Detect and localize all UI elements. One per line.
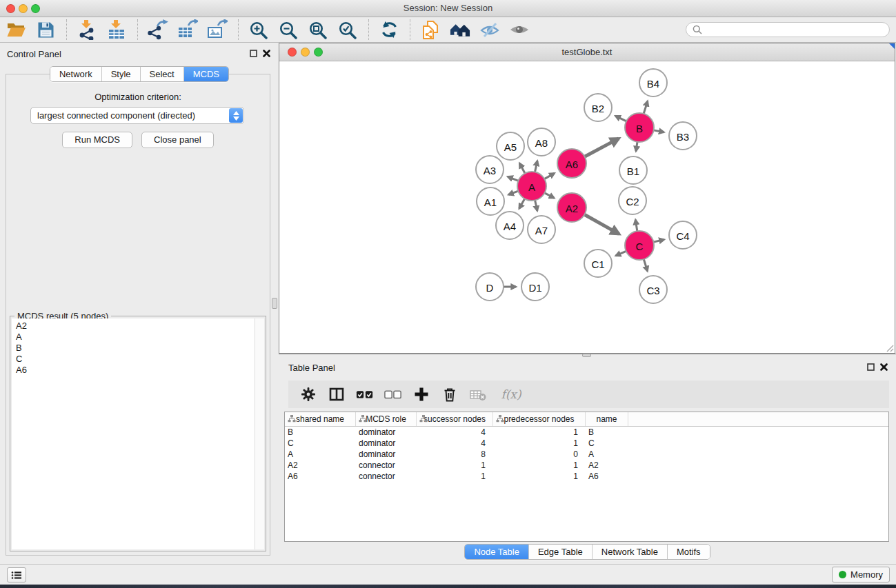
graph-edge-A-A3[interactable]	[508, 176, 518, 181]
export-table-button[interactable]	[177, 19, 198, 40]
table-cell[interactable]: B	[285, 427, 356, 438]
graph-edge-A-A5[interactable]	[519, 163, 525, 174]
graph-node-B[interactable]: B	[625, 113, 654, 142]
graph-node-C[interactable]: C	[625, 231, 654, 260]
close-traffic-light[interactable]	[6, 4, 15, 13]
zoom-fit-button[interactable]	[308, 19, 328, 40]
close-panel-icon[interactable]	[263, 50, 270, 57]
table-cell[interactable]: 4	[417, 427, 493, 438]
graph-edge-A-A2[interactable]	[545, 193, 555, 198]
column-header-MCDS-role[interactable]: MCDS role	[356, 412, 417, 426]
table-cell[interactable]: A6	[285, 471, 356, 482]
zoom-selected-button[interactable]	[337, 19, 358, 40]
column-header-name[interactable]: name	[586, 412, 628, 426]
table-row[interactable]: A6connector11A6	[285, 471, 888, 482]
table-cell[interactable]: 0	[493, 449, 586, 460]
home-view-button[interactable]	[450, 19, 470, 40]
tab-node-table[interactable]: Node Table	[465, 545, 529, 559]
tab-network-table[interactable]: Network Table	[593, 545, 668, 559]
save-session-button[interactable]	[35, 19, 56, 40]
table-row[interactable]: Adominator80A	[285, 449, 888, 460]
add-column-button[interactable]	[412, 385, 430, 403]
graph-node-C3[interactable]: C3	[639, 276, 667, 303]
table-row[interactable]: Bdominator41B	[285, 427, 888, 438]
mcds-result-item[interactable]: C	[13, 354, 253, 365]
search-input[interactable]	[706, 24, 889, 35]
table-cell[interactable]: A	[285, 449, 356, 460]
mcds-result-item[interactable]: A6	[13, 365, 253, 376]
graph-node-A3[interactable]: A3	[476, 156, 504, 183]
toggle-columns-button[interactable]	[328, 385, 346, 403]
graph-edge-C-C4[interactable]	[653, 240, 664, 243]
table-cell[interactable]: A	[586, 449, 628, 460]
table-cell[interactable]: 1	[493, 471, 586, 482]
graph-node-A2[interactable]: A2	[557, 193, 586, 222]
refresh-view-button[interactable]	[379, 19, 399, 40]
show-selected-button[interactable]	[509, 19, 530, 40]
select-all-checks-button[interactable]	[356, 385, 374, 403]
graph-node-A6[interactable]: A6	[557, 149, 586, 178]
table-row[interactable]: A2connector11A2	[285, 460, 888, 471]
graph-edge-A-A7[interactable]	[535, 201, 537, 211]
tab-mcds[interactable]: MCDS	[184, 67, 228, 81]
function-builder-button[interactable]: f(x)	[497, 385, 525, 403]
clone-network-button[interactable]	[420, 19, 441, 40]
graph-node-C2[interactable]: C2	[619, 187, 646, 214]
clear-checks-button[interactable]	[384, 385, 402, 403]
tab-network[interactable]: Network	[50, 67, 102, 81]
graph-node-A5[interactable]: A5	[497, 132, 524, 160]
graph-edge-A-A1[interactable]	[508, 191, 518, 194]
graph-edge-B-B1[interactable]	[636, 142, 637, 152]
table-cell[interactable]: C	[586, 438, 628, 449]
graph-node-B1[interactable]: B1	[619, 156, 647, 184]
graph-node-A8[interactable]: A8	[528, 128, 555, 156]
graph-node-A7[interactable]: A7	[528, 216, 555, 243]
graph-edge-B-B4[interactable]	[644, 101, 648, 114]
table-cell[interactable]: B	[586, 427, 628, 438]
column-header-shared-name[interactable]: shared name	[285, 412, 356, 426]
graph-node-D[interactable]: D	[476, 273, 504, 301]
task-history-button[interactable]	[7, 567, 26, 582]
graph-edge-A6-B[interactable]	[585, 139, 619, 156]
table-cell[interactable]: A2	[285, 460, 356, 471]
horizontal-divider-grip[interactable]	[582, 354, 591, 357]
network-zoom-traffic-light[interactable]	[314, 48, 323, 57]
vertical-divider-grip[interactable]	[272, 298, 277, 309]
open-session-button[interactable]	[6, 19, 26, 40]
tab-style[interactable]: Style	[102, 67, 141, 81]
tab-select[interactable]: Select	[141, 67, 184, 81]
graph-svg[interactable]: B4B2BB3A5A8A6B1A3AA1C2A2A4A7C4CC1DD1C3	[279, 61, 895, 353]
import-table-button[interactable]	[106, 19, 127, 40]
column-header-predecessor-nodes[interactable]: predecessor nodes	[493, 412, 586, 426]
tab-edge-table[interactable]: Edge Table	[529, 545, 593, 559]
export-network-button[interactable]	[148, 19, 168, 40]
float-panel-icon[interactable]	[250, 50, 257, 57]
mcds-result-item[interactable]: A	[13, 332, 253, 343]
network-minimize-traffic-light[interactable]	[301, 48, 310, 57]
table-cell[interactable]: A2	[586, 460, 628, 471]
network-close-traffic-light[interactable]	[288, 48, 297, 57]
graph-node-D1[interactable]: D1	[521, 273, 549, 301]
table-cell[interactable]: dominator	[356, 438, 417, 449]
close-panel-button[interactable]: Close panel	[141, 132, 214, 148]
graph-edge-B-B2[interactable]	[615, 116, 626, 121]
table-cell[interactable]: dominator	[356, 427, 417, 438]
table-cell[interactable]: 1	[493, 460, 586, 471]
resize-grip-icon[interactable]	[885, 343, 894, 352]
optimization-criterion-dropdown[interactable]: largest connected component (directed)	[30, 107, 244, 124]
graph-node-A[interactable]: A	[517, 172, 546, 201]
graph-node-A4[interactable]: A4	[496, 212, 524, 239]
table-cell[interactable]: 4	[417, 438, 493, 449]
memory-button[interactable]: Memory	[832, 567, 890, 582]
table-cell[interactable]: 1	[417, 471, 493, 482]
tab-motifs[interactable]: Motifs	[668, 545, 710, 559]
graph-node-C4[interactable]: C4	[669, 221, 697, 249]
table-cell[interactable]: connector	[356, 460, 417, 471]
table-cell[interactable]: A6	[586, 471, 628, 482]
run-mcds-button[interactable]: Run MCDS	[62, 132, 132, 148]
import-network-button[interactable]	[77, 19, 97, 40]
table-cell[interactable]: C	[285, 438, 356, 449]
search-field[interactable]	[686, 22, 890, 37]
zoom-in-button[interactable]	[248, 19, 269, 40]
zoom-traffic-light[interactable]	[31, 4, 40, 13]
